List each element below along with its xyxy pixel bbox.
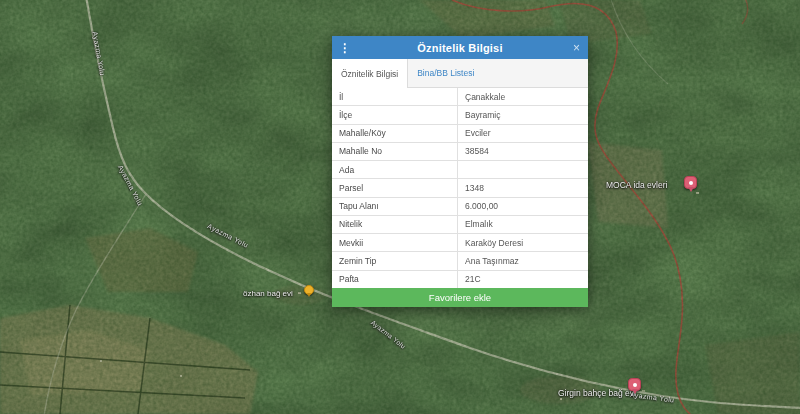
row-label: Pafta xyxy=(332,274,457,284)
row-value: 6.000,00 xyxy=(457,198,588,215)
close-icon[interactable]: × xyxy=(573,36,580,59)
tab-bina-bb-listesi[interactable]: Bina/BB Listesi xyxy=(408,59,483,87)
row-label: İlçe xyxy=(332,110,457,120)
row-value: 38584 xyxy=(457,143,588,160)
row-label: Mevkii xyxy=(332,238,457,248)
table-row: Ada xyxy=(332,161,588,179)
attribute-table: İl Çanakkale İlçe Bayramiç Mahalle/Köy E… xyxy=(332,88,588,288)
lodging-marker-girgin-icon[interactable] xyxy=(628,378,641,391)
table-row: Parsel 1348 xyxy=(332,179,588,197)
row-value xyxy=(457,161,588,178)
row-value: Elmalık xyxy=(457,216,588,233)
add-to-favorites-button[interactable]: Favorilere ekle xyxy=(332,288,588,307)
tab-oznitelik-bilgisi[interactable]: Öznitelik Bilgisi xyxy=(332,59,408,88)
row-label: Ada xyxy=(332,165,457,175)
table-row: Zemin Tip Ana Taşınmaz xyxy=(332,252,588,270)
row-value: Bayramiç xyxy=(457,106,588,123)
table-row: İlçe Bayramiç xyxy=(332,106,588,124)
row-label: Tapu Alanı xyxy=(332,201,457,211)
row-label: Mahalle/Köy xyxy=(332,128,457,138)
row-label: Zemin Tip xyxy=(332,256,457,266)
dialog-title: Öznitelik Bilgisi xyxy=(332,42,588,54)
dialog-tabs: Öznitelik Bilgisi Bina/BB Listesi xyxy=(332,59,588,88)
poi-marker-ozhan-icon[interactable] xyxy=(304,285,314,295)
row-value: Çanakkale xyxy=(457,88,588,105)
row-value: Evciler xyxy=(457,125,588,142)
row-value: 1348 xyxy=(457,179,588,196)
row-label: Parsel xyxy=(332,183,457,193)
table-row: Nitelik Elmalık xyxy=(332,216,588,234)
table-row: İl Çanakkale xyxy=(332,88,588,106)
row-label: Nitelik xyxy=(332,219,457,229)
row-value: Karaköy Deresi xyxy=(457,234,588,251)
lodging-marker-moca-icon[interactable] xyxy=(684,176,697,189)
row-label: Mahalle No xyxy=(332,146,457,156)
app-window: Ayazma Yolu Ayazma Yolu Ayazma Yolu Ayaz… xyxy=(0,0,800,414)
table-row: Pafta 21C xyxy=(332,271,588,288)
row-value: Ana Taşınmaz xyxy=(457,252,588,269)
row-value: 21C xyxy=(457,271,588,288)
table-row: Mahalle No 38584 xyxy=(332,143,588,161)
table-row: Mevkii Karaköy Deresi xyxy=(332,234,588,252)
kebab-menu-icon[interactable]: ⋮ xyxy=(339,36,351,59)
table-row: Mahalle/Köy Evciler xyxy=(332,125,588,143)
attribute-dialog: ⋮ Öznitelik Bilgisi × Öznitelik Bilgisi … xyxy=(332,36,588,307)
row-label: İl xyxy=(332,92,457,102)
dialog-header: ⋮ Öznitelik Bilgisi × xyxy=(332,36,588,59)
table-row: Tapu Alanı 6.000,00 xyxy=(332,198,588,216)
